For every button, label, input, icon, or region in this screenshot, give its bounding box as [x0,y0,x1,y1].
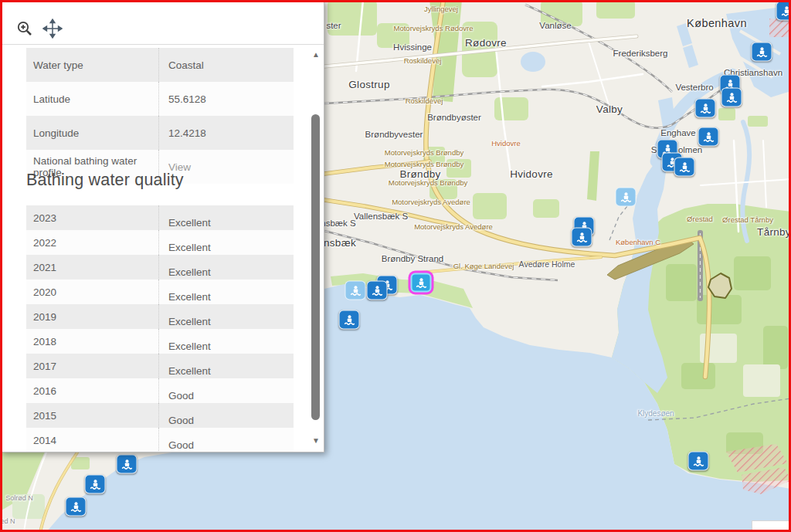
rating-value: Good [159,428,294,452]
screenshot-root: KøbenhavnChristianshavnFrederiksbergVest… [0,0,791,532]
swimmer-icon [779,4,791,18]
pan-button[interactable] [42,18,63,39]
swimmer-icon [88,477,102,491]
table-row: 2023Excellent [26,205,294,230]
scroll-up-arrow[interactable]: ▲ [310,49,322,61]
bathing-water-marker[interactable] [339,310,360,330]
bathing-water-marker[interactable] [721,88,742,107]
swimmer-icon [69,500,83,513]
swimmer-icon [342,313,356,327]
bathing-water-marker[interactable] [66,497,87,517]
details-table: Water typeCoastalLatitude55.6128Longitud… [26,48,294,184]
bathing-water-marker[interactable] [688,452,709,471]
bathing-water-marker[interactable] [674,158,695,177]
table-row: 2018Excellent [26,329,294,354]
popup-content: Water typeCoastalLatitude55.6128Longitud… [1,45,310,452]
swimmer-icon [691,454,705,468]
table-row: 2014Good [26,428,294,452]
section-title: Bathing water quality [26,171,184,190]
swimmer-icon [370,283,384,297]
year-label: 2020 [26,280,159,304]
table-row: 2019Excellent [26,304,294,329]
table-row: 2022Excellent [26,230,294,255]
bathing-water-marker[interactable] [85,475,106,494]
field-value: 12.4218 [159,116,294,150]
table-row: 2015Good [26,403,294,428]
swimmer-icon [677,160,691,174]
scroll-down-arrow[interactable]: ▼ [310,435,322,447]
swimmer-icon [619,190,633,204]
field-value: Coastal [159,48,294,82]
year-label: 2023 [26,205,159,230]
field-value: 55.6128 [159,82,294,116]
bathing-water-marker[interactable] [752,42,772,62]
year-label: 2014 [26,428,159,452]
popup-panel: Water typeCoastalLatitude55.6128Longitud… [0,0,324,452]
table-row: Water typeCoastal [26,48,294,82]
swimmer-icon [725,90,738,104]
bathing-water-marker[interactable] [117,455,137,474]
bathing-water-marker[interactable] [695,99,716,118]
attribution-box [752,520,791,532]
four-way-arrows-icon [42,19,63,39]
year-label: 2017 [26,354,159,378]
swimmer-icon [698,101,712,115]
bathing-water-marker[interactable] [367,281,388,300]
bathing-water-marker[interactable] [345,281,366,300]
field-label: Longitude [26,116,159,150]
table-row: 2016Good [26,378,294,403]
bathing-water-marker[interactable] [616,188,637,207]
bathing-water-marker[interactable] [698,127,719,147]
zoom-to-button[interactable] [14,18,36,39]
bathing-water-marker-selected[interactable] [411,273,432,293]
year-label: 2016 [26,378,159,403]
swimmer-icon [701,130,715,144]
table-row: 2020Excellent [26,280,294,304]
quality-table: 2023Excellent2022Excellent2021Excellent2… [26,205,294,452]
table-row: 2021Excellent [26,255,294,280]
swimmer-icon [414,276,428,290]
year-label: 2019 [26,304,159,329]
bathing-water-marker[interactable] [572,228,592,247]
table-row: Latitude55.6128 [26,82,294,116]
table-row: Longitude12.4218 [26,116,294,150]
year-label: 2021 [26,255,159,280]
year-label: 2015 [26,403,159,428]
swimmer-icon [575,230,589,244]
field-label: Water type [26,48,159,82]
table-row: 2017Excellent [26,354,294,378]
panel-scrollbar[interactable]: ▲ ▼ [310,46,322,452]
bathing-water-marker[interactable] [776,2,791,21]
year-label: 2022 [26,230,159,255]
magnifier-plus-icon [15,19,34,38]
swimmer-icon [348,283,362,297]
field-label: Latitude [26,82,159,116]
year-label: 2018 [26,329,159,354]
swimmer-icon [755,45,769,59]
scroll-thumb[interactable] [311,114,320,420]
popup-toolbar [1,1,324,45]
swimmer-icon [120,457,134,471]
